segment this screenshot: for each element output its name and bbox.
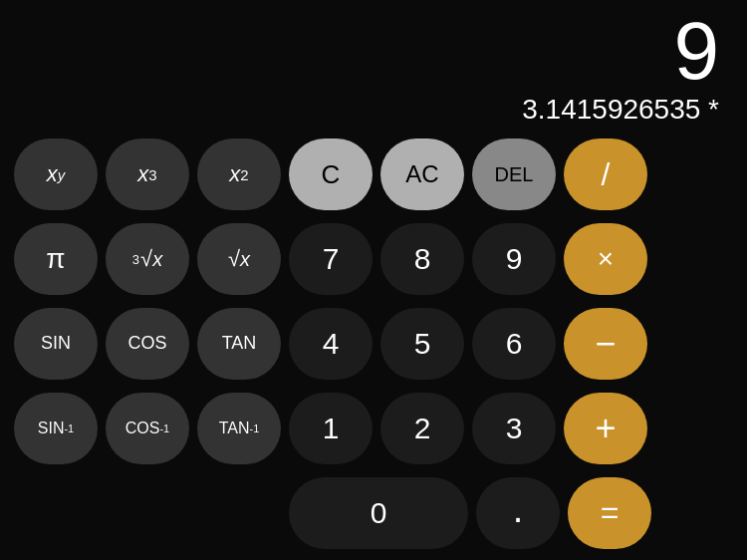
button-row-4: SIN-1 COS-1 TAN-1 1 2 3 +: [14, 389, 733, 467]
sqrt-button[interactable]: √x: [197, 223, 281, 295]
x-pow-3-button[interactable]: x3: [106, 139, 189, 210]
add-button[interactable]: +: [564, 393, 647, 464]
display-area: 9 3.1415926535 *: [0, 0, 747, 132]
3-button[interactable]: 3: [472, 393, 556, 464]
tan-inv-button[interactable]: TAN-1: [197, 393, 281, 464]
sin-inv-button[interactable]: SIN-1: [14, 393, 98, 464]
button-row-5: 0 . =: [14, 473, 733, 552]
8-button[interactable]: 8: [380, 223, 464, 295]
cube-root-button[interactable]: 3√x: [106, 223, 189, 295]
multiply-button[interactable]: ×: [564, 223, 647, 295]
9-button[interactable]: 9: [472, 223, 556, 295]
7-button[interactable]: 7: [289, 223, 373, 295]
x-pow-y-button[interactable]: xy: [14, 139, 98, 210]
del-button[interactable]: DEL: [472, 139, 556, 210]
button-row-2: π 3√x √x 7 8 9 ×: [14, 220, 733, 299]
button-row-1: xy x3 x2 C AC DEL /: [14, 136, 733, 214]
4-button[interactable]: 4: [289, 308, 373, 380]
1-button[interactable]: 1: [289, 393, 373, 464]
c-button[interactable]: C: [289, 139, 373, 210]
6-button[interactable]: 6: [472, 308, 556, 380]
tan-button[interactable]: TAN: [197, 308, 281, 380]
dot-button[interactable]: .: [476, 477, 560, 549]
divide-button[interactable]: /: [564, 139, 647, 210]
ac-button[interactable]: AC: [380, 139, 464, 210]
x-pow-2-button[interactable]: x2: [197, 139, 281, 210]
5-button[interactable]: 5: [380, 308, 464, 380]
0-button[interactable]: 0: [289, 477, 468, 549]
button-row-3: SIN COS TAN 4 5 6 −: [14, 305, 733, 384]
equals-button[interactable]: =: [568, 477, 651, 549]
display-main: 9: [673, 10, 719, 92]
subtract-button[interactable]: −: [564, 308, 647, 380]
2-button[interactable]: 2: [380, 393, 464, 464]
button-grid: xy x3 x2 C AC DEL / π 3√x √x 7 8 9 × SIN…: [0, 132, 747, 560]
sin-button[interactable]: SIN: [14, 308, 98, 380]
display-secondary: 3.1415926535 *: [522, 94, 719, 126]
cos-button[interactable]: COS: [106, 308, 189, 380]
pi-button[interactable]: π: [14, 223, 98, 295]
cos-inv-button[interactable]: COS-1: [106, 393, 189, 464]
